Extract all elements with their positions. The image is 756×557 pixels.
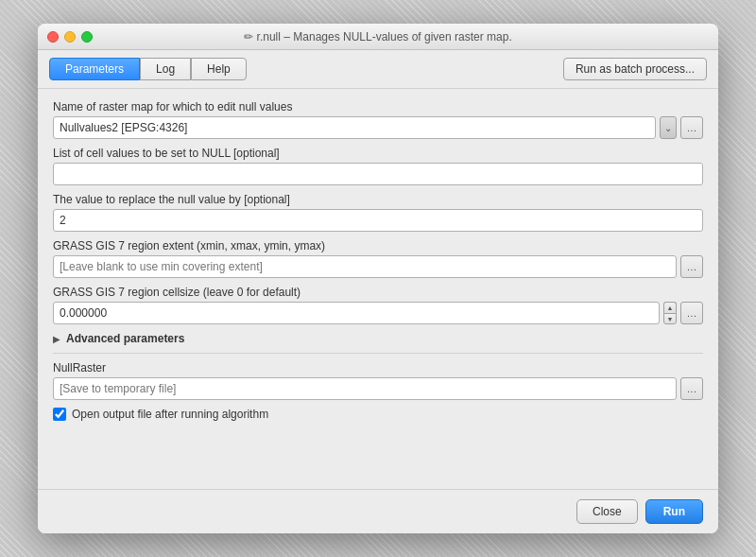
replace-value-group: The value to replace the null value by [… xyxy=(53,193,703,232)
raster-map-label: Name of raster map for which to edit nul… xyxy=(53,100,703,113)
toolbar: Parameters Log Help Run as batch process… xyxy=(38,50,718,89)
raster-map-input-row: ⌄ … xyxy=(53,116,703,139)
open-output-checkbox[interactable] xyxy=(53,408,66,421)
advanced-triangle-icon: ▶ xyxy=(53,334,60,344)
main-window: ✏ r.null – Manages NULL-values of given … xyxy=(38,24,718,533)
cell-values-group: List of cell values to be set to NULL [o… xyxy=(53,147,703,185)
close-window-button[interactable] xyxy=(47,31,59,43)
cellsize-input[interactable] xyxy=(53,302,660,324)
null-raster-label: NullRaster xyxy=(53,361,703,374)
advanced-label: Advanced parameters xyxy=(66,332,184,345)
cellsize-group: GRASS GIS 7 region cellsize (leave 0 for… xyxy=(53,286,703,324)
region-extent-group: GRASS GIS 7 region extent (xmin, xmax, y… xyxy=(53,239,703,278)
replace-value-input[interactable] xyxy=(53,209,703,232)
region-extent-ellipsis-button[interactable]: … xyxy=(680,255,703,278)
tab-help[interactable]: Help xyxy=(191,58,247,80)
traffic-lights xyxy=(47,31,93,43)
raster-map-combo-arrow[interactable]: ⌄ xyxy=(660,116,677,139)
run-button[interactable]: Run xyxy=(645,499,703,524)
cellsize-input-row: ▲ ▼ … xyxy=(53,302,703,324)
cell-values-input[interactable] xyxy=(53,163,703,185)
null-raster-ellipsis-button[interactable]: … xyxy=(680,377,703,400)
run-batch-button[interactable]: Run as batch process... xyxy=(563,58,707,80)
window-title: ✏ r.null – Manages NULL-values of given … xyxy=(244,30,511,44)
cellsize-spinner-up[interactable]: ▲ xyxy=(663,302,677,313)
advanced-parameters-section[interactable]: ▶ Advanced parameters xyxy=(53,332,703,345)
cellsize-ellipsis-button[interactable]: … xyxy=(680,302,703,324)
open-output-row: Open output file after running algorithm xyxy=(53,408,703,421)
cell-values-input-row xyxy=(53,163,703,185)
divider xyxy=(53,353,703,354)
maximize-window-button[interactable] xyxy=(81,31,93,43)
cellsize-spinner-down[interactable]: ▼ xyxy=(663,313,677,324)
cellsize-spinner: ▲ ▼ xyxy=(663,302,677,324)
null-raster-input-row: … xyxy=(53,377,703,400)
region-extent-input-row: … xyxy=(53,255,703,278)
tab-log[interactable]: Log xyxy=(140,58,191,80)
footer: Close Run xyxy=(38,489,718,533)
region-extent-input[interactable] xyxy=(53,255,677,278)
cellsize-label: GRASS GIS 7 region cellsize (leave 0 for… xyxy=(53,286,703,299)
tab-parameters[interactable]: Parameters xyxy=(49,58,140,80)
replace-value-input-row xyxy=(53,209,703,232)
tab-group: Parameters Log Help xyxy=(49,58,247,80)
minimize-window-button[interactable] xyxy=(64,31,76,43)
form-content: Name of raster map for which to edit nul… xyxy=(38,89,718,432)
raster-map-input[interactable] xyxy=(53,116,656,139)
cell-values-label: List of cell values to be set to NULL [o… xyxy=(53,147,703,160)
titlebar: ✏ r.null – Manages NULL-values of given … xyxy=(38,24,718,50)
open-output-label: Open output file after running algorithm xyxy=(72,408,268,421)
raster-map-group: Name of raster map for which to edit nul… xyxy=(53,100,703,139)
null-raster-group: NullRaster … xyxy=(53,361,703,400)
close-button[interactable]: Close xyxy=(576,499,638,524)
replace-value-label: The value to replace the null value by [… xyxy=(53,193,703,206)
null-raster-input[interactable] xyxy=(53,377,677,400)
raster-map-ellipsis-button[interactable]: … xyxy=(680,116,703,139)
region-extent-label: GRASS GIS 7 region extent (xmin, xmax, y… xyxy=(53,239,703,252)
